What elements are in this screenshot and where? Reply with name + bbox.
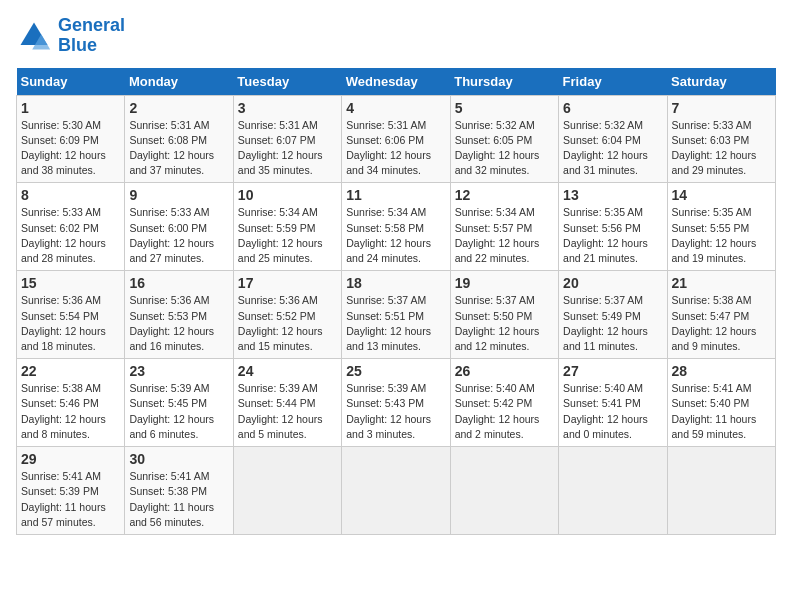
day-info: Sunrise: 5:39 AM Sunset: 5:45 PM Dayligh… xyxy=(129,381,228,442)
day-number: 15 xyxy=(21,275,120,291)
day-info: Sunrise: 5:34 AM Sunset: 5:59 PM Dayligh… xyxy=(238,205,337,266)
calendar-cell: 27Sunrise: 5:40 AM Sunset: 5:41 PM Dayli… xyxy=(559,359,667,447)
calendar-table: SundayMondayTuesdayWednesdayThursdayFrid… xyxy=(16,68,776,535)
day-info: Sunrise: 5:31 AM Sunset: 6:06 PM Dayligh… xyxy=(346,118,445,179)
day-info: Sunrise: 5:35 AM Sunset: 5:56 PM Dayligh… xyxy=(563,205,662,266)
logo-icon xyxy=(16,18,52,54)
calendar-cell: 9Sunrise: 5:33 AM Sunset: 6:00 PM Daylig… xyxy=(125,183,233,271)
day-number: 23 xyxy=(129,363,228,379)
day-info: Sunrise: 5:39 AM Sunset: 5:44 PM Dayligh… xyxy=(238,381,337,442)
calendar-cell: 18Sunrise: 5:37 AM Sunset: 5:51 PM Dayli… xyxy=(342,271,450,359)
calendar-cell: 11Sunrise: 5:34 AM Sunset: 5:58 PM Dayli… xyxy=(342,183,450,271)
calendar-cell: 10Sunrise: 5:34 AM Sunset: 5:59 PM Dayli… xyxy=(233,183,341,271)
calendar-cell: 13Sunrise: 5:35 AM Sunset: 5:56 PM Dayli… xyxy=(559,183,667,271)
day-info: Sunrise: 5:41 AM Sunset: 5:40 PM Dayligh… xyxy=(672,381,771,442)
calendar-cell: 8Sunrise: 5:33 AM Sunset: 6:02 PM Daylig… xyxy=(17,183,125,271)
calendar-row: 1Sunrise: 5:30 AM Sunset: 6:09 PM Daylig… xyxy=(17,95,776,183)
day-number: 12 xyxy=(455,187,554,203)
day-info: Sunrise: 5:32 AM Sunset: 6:05 PM Dayligh… xyxy=(455,118,554,179)
day-number: 6 xyxy=(563,100,662,116)
day-info: Sunrise: 5:34 AM Sunset: 5:57 PM Dayligh… xyxy=(455,205,554,266)
page-header: General Blue xyxy=(16,16,776,56)
day-number: 25 xyxy=(346,363,445,379)
day-number: 2 xyxy=(129,100,228,116)
calendar-cell: 22Sunrise: 5:38 AM Sunset: 5:46 PM Dayli… xyxy=(17,359,125,447)
day-number: 27 xyxy=(563,363,662,379)
day-info: Sunrise: 5:38 AM Sunset: 5:47 PM Dayligh… xyxy=(672,293,771,354)
logo: General Blue xyxy=(16,16,125,56)
day-info: Sunrise: 5:41 AM Sunset: 5:39 PM Dayligh… xyxy=(21,469,120,530)
day-info: Sunrise: 5:34 AM Sunset: 5:58 PM Dayligh… xyxy=(346,205,445,266)
day-number: 4 xyxy=(346,100,445,116)
col-header-tuesday: Tuesday xyxy=(233,68,341,96)
calendar-cell: 6Sunrise: 5:32 AM Sunset: 6:04 PM Daylig… xyxy=(559,95,667,183)
day-number: 24 xyxy=(238,363,337,379)
day-info: Sunrise: 5:36 AM Sunset: 5:52 PM Dayligh… xyxy=(238,293,337,354)
day-number: 11 xyxy=(346,187,445,203)
calendar-cell: 15Sunrise: 5:36 AM Sunset: 5:54 PM Dayli… xyxy=(17,271,125,359)
day-info: Sunrise: 5:37 AM Sunset: 5:49 PM Dayligh… xyxy=(563,293,662,354)
day-number: 16 xyxy=(129,275,228,291)
calendar-cell: 20Sunrise: 5:37 AM Sunset: 5:49 PM Dayli… xyxy=(559,271,667,359)
calendar-cell: 1Sunrise: 5:30 AM Sunset: 6:09 PM Daylig… xyxy=(17,95,125,183)
calendar-cell: 23Sunrise: 5:39 AM Sunset: 5:45 PM Dayli… xyxy=(125,359,233,447)
col-header-thursday: Thursday xyxy=(450,68,558,96)
day-info: Sunrise: 5:32 AM Sunset: 6:04 PM Dayligh… xyxy=(563,118,662,179)
day-number: 20 xyxy=(563,275,662,291)
day-info: Sunrise: 5:36 AM Sunset: 5:53 PM Dayligh… xyxy=(129,293,228,354)
day-info: Sunrise: 5:33 AM Sunset: 6:02 PM Dayligh… xyxy=(21,205,120,266)
day-number: 30 xyxy=(129,451,228,467)
calendar-cell: 28Sunrise: 5:41 AM Sunset: 5:40 PM Dayli… xyxy=(667,359,775,447)
calendar-row: 8Sunrise: 5:33 AM Sunset: 6:02 PM Daylig… xyxy=(17,183,776,271)
calendar-cell: 30Sunrise: 5:41 AM Sunset: 5:38 PM Dayli… xyxy=(125,447,233,535)
logo-text: General Blue xyxy=(58,16,125,56)
day-info: Sunrise: 5:40 AM Sunset: 5:41 PM Dayligh… xyxy=(563,381,662,442)
calendar-cell: 21Sunrise: 5:38 AM Sunset: 5:47 PM Dayli… xyxy=(667,271,775,359)
day-info: Sunrise: 5:31 AM Sunset: 6:07 PM Dayligh… xyxy=(238,118,337,179)
calendar-cell xyxy=(342,447,450,535)
day-number: 26 xyxy=(455,363,554,379)
day-number: 1 xyxy=(21,100,120,116)
calendar-row: 15Sunrise: 5:36 AM Sunset: 5:54 PM Dayli… xyxy=(17,271,776,359)
header-row: SundayMondayTuesdayWednesdayThursdayFrid… xyxy=(17,68,776,96)
calendar-cell: 12Sunrise: 5:34 AM Sunset: 5:57 PM Dayli… xyxy=(450,183,558,271)
day-info: Sunrise: 5:39 AM Sunset: 5:43 PM Dayligh… xyxy=(346,381,445,442)
day-info: Sunrise: 5:35 AM Sunset: 5:55 PM Dayligh… xyxy=(672,205,771,266)
day-info: Sunrise: 5:40 AM Sunset: 5:42 PM Dayligh… xyxy=(455,381,554,442)
calendar-cell xyxy=(450,447,558,535)
calendar-row: 22Sunrise: 5:38 AM Sunset: 5:46 PM Dayli… xyxy=(17,359,776,447)
day-info: Sunrise: 5:33 AM Sunset: 6:03 PM Dayligh… xyxy=(672,118,771,179)
day-number: 28 xyxy=(672,363,771,379)
day-number: 17 xyxy=(238,275,337,291)
day-number: 21 xyxy=(672,275,771,291)
calendar-cell: 25Sunrise: 5:39 AM Sunset: 5:43 PM Dayli… xyxy=(342,359,450,447)
calendar-cell: 5Sunrise: 5:32 AM Sunset: 6:05 PM Daylig… xyxy=(450,95,558,183)
day-number: 19 xyxy=(455,275,554,291)
day-number: 9 xyxy=(129,187,228,203)
calendar-row: 29Sunrise: 5:41 AM Sunset: 5:39 PM Dayli… xyxy=(17,447,776,535)
day-info: Sunrise: 5:31 AM Sunset: 6:08 PM Dayligh… xyxy=(129,118,228,179)
col-header-friday: Friday xyxy=(559,68,667,96)
calendar-cell: 7Sunrise: 5:33 AM Sunset: 6:03 PM Daylig… xyxy=(667,95,775,183)
day-number: 8 xyxy=(21,187,120,203)
day-info: Sunrise: 5:38 AM Sunset: 5:46 PM Dayligh… xyxy=(21,381,120,442)
calendar-cell xyxy=(233,447,341,535)
calendar-cell: 24Sunrise: 5:39 AM Sunset: 5:44 PM Dayli… xyxy=(233,359,341,447)
day-number: 14 xyxy=(672,187,771,203)
calendar-cell: 3Sunrise: 5:31 AM Sunset: 6:07 PM Daylig… xyxy=(233,95,341,183)
col-header-sunday: Sunday xyxy=(17,68,125,96)
day-info: Sunrise: 5:41 AM Sunset: 5:38 PM Dayligh… xyxy=(129,469,228,530)
day-number: 22 xyxy=(21,363,120,379)
calendar-cell: 4Sunrise: 5:31 AM Sunset: 6:06 PM Daylig… xyxy=(342,95,450,183)
calendar-cell: 2Sunrise: 5:31 AM Sunset: 6:08 PM Daylig… xyxy=(125,95,233,183)
calendar-cell: 19Sunrise: 5:37 AM Sunset: 5:50 PM Dayli… xyxy=(450,271,558,359)
day-info: Sunrise: 5:36 AM Sunset: 5:54 PM Dayligh… xyxy=(21,293,120,354)
col-header-monday: Monday xyxy=(125,68,233,96)
col-header-wednesday: Wednesday xyxy=(342,68,450,96)
day-info: Sunrise: 5:37 AM Sunset: 5:50 PM Dayligh… xyxy=(455,293,554,354)
calendar-cell: 14Sunrise: 5:35 AM Sunset: 5:55 PM Dayli… xyxy=(667,183,775,271)
day-number: 29 xyxy=(21,451,120,467)
day-number: 10 xyxy=(238,187,337,203)
calendar-cell: 26Sunrise: 5:40 AM Sunset: 5:42 PM Dayli… xyxy=(450,359,558,447)
day-info: Sunrise: 5:30 AM Sunset: 6:09 PM Dayligh… xyxy=(21,118,120,179)
